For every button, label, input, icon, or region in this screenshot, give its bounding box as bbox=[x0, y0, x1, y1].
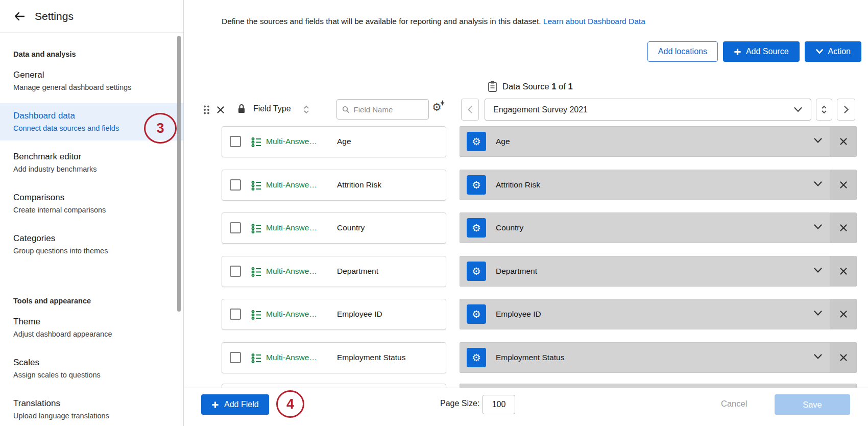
field-name-label: Attrition Risk bbox=[337, 180, 381, 190]
sidebar-item-categories[interactable]: Categories Group questions into themes bbox=[0, 226, 183, 263]
field-checkbox[interactable] bbox=[230, 352, 241, 363]
mapped-field-name: Employment Status bbox=[496, 353, 564, 362]
chevron-down-icon[interactable] bbox=[813, 137, 823, 144]
clear-selection-icon[interactable] bbox=[216, 106, 225, 114]
sparkle-icon bbox=[440, 100, 445, 106]
field-checkbox[interactable] bbox=[230, 179, 241, 191]
settings-screen: Settings Data and analysis General Manag… bbox=[0, 0, 868, 426]
field-checkbox[interactable] bbox=[230, 136, 241, 147]
add-source-button[interactable]: Add Source bbox=[723, 41, 800, 62]
section-header-data-analysis: Data and analysis bbox=[13, 50, 170, 58]
remove-icon bbox=[839, 353, 848, 362]
cancel-button[interactable]: Cancel bbox=[721, 399, 747, 409]
remove-field-button[interactable] bbox=[830, 343, 856, 372]
intro-sentence: Define the sources and fields that will … bbox=[222, 17, 541, 26]
sidebar-item-title: Benchmark editor bbox=[13, 151, 170, 162]
field-type-label: Multi-Answe… bbox=[266, 310, 317, 319]
remove-field-button[interactable] bbox=[830, 213, 856, 243]
mapped-field-name: Attrition Risk bbox=[496, 180, 540, 190]
chevron-down-icon[interactable] bbox=[813, 267, 823, 274]
gear-icon: ⚙ bbox=[472, 222, 481, 234]
save-button[interactable]: Save bbox=[775, 394, 850, 415]
sidebar-item-general[interactable]: General Manage general dashboard setting… bbox=[0, 62, 183, 100]
remove-icon bbox=[839, 224, 848, 232]
field-settings-button[interactable]: ⚙ bbox=[467, 218, 486, 238]
chevron-down-icon[interactable] bbox=[813, 310, 823, 317]
section-header-tools-appearance: Tools and appearance bbox=[13, 297, 170, 305]
remove-icon bbox=[839, 137, 848, 146]
plus-icon bbox=[734, 48, 741, 56]
annotation-step-4: 4 bbox=[276, 390, 304, 418]
sidebar-item-translations[interactable]: Translations Upload language translation… bbox=[0, 391, 183, 426]
field-settings-button[interactable]: ⚙ bbox=[467, 304, 486, 324]
multi-answer-icon bbox=[251, 353, 262, 366]
sidebar-item-theme[interactable]: Theme Adjust dashboard appearance bbox=[0, 309, 183, 346]
clipboard-icon bbox=[488, 81, 497, 92]
field-card[interactable]: Multi-Answe… Age bbox=[222, 126, 446, 157]
sidebar-scrollbar[interactable] bbox=[177, 36, 181, 312]
data-source-selected-value: Engagement Survey 2021 bbox=[493, 105, 588, 114]
learn-about-dashboard-data-link[interactable]: Learn about Dashboard Data bbox=[543, 17, 645, 26]
field-name-label: Age bbox=[337, 137, 351, 146]
back-button[interactable] bbox=[13, 10, 26, 22]
add-locations-button[interactable]: Add locations bbox=[647, 41, 718, 62]
field-card[interactable]: Multi-Answe… Employee ID bbox=[222, 299, 446, 330]
field-card[interactable]: Multi-Answe… Country bbox=[222, 212, 446, 244]
chevron-down-icon[interactable] bbox=[813, 224, 823, 230]
mapped-field-bar: ⚙ Country bbox=[460, 212, 857, 243]
data-source-header: Data Source 1 of 1 bbox=[488, 81, 573, 92]
sidebar-item-comparisons[interactable]: Comparisons Create internal comparisons bbox=[0, 185, 183, 222]
sidebar-item-title: Theme bbox=[13, 316, 170, 327]
field-settings-button[interactable]: ⚙ bbox=[467, 262, 486, 281]
field-settings-button[interactable]: ⚙ bbox=[467, 175, 486, 195]
chevron-right-icon bbox=[843, 105, 850, 114]
data-source-select[interactable]: Engagement Survey 2021 bbox=[485, 99, 811, 121]
remove-icon bbox=[839, 181, 848, 189]
remove-field-button[interactable] bbox=[830, 127, 856, 156]
field-type-label: Multi-Answe… bbox=[266, 223, 317, 232]
field-type-column-header[interactable]: Field Type bbox=[253, 104, 291, 113]
page-size-input[interactable] bbox=[483, 395, 515, 414]
field-card[interactable]: Multi-Answe… Attrition Risk bbox=[222, 170, 446, 201]
mapped-field-bar: ⚙ Department bbox=[460, 256, 857, 287]
remove-field-button[interactable] bbox=[830, 299, 856, 329]
mapped-field-name: Age bbox=[496, 137, 510, 146]
action-button[interactable]: Action bbox=[805, 41, 861, 62]
field-settings-button[interactable]: ⚙ bbox=[467, 348, 486, 367]
sort-icon[interactable] bbox=[303, 105, 309, 114]
field-checkbox[interactable] bbox=[230, 222, 241, 233]
field-name-search-input[interactable] bbox=[354, 105, 423, 114]
chevron-down-icon[interactable] bbox=[813, 181, 823, 187]
sidebar-item-benchmark-editor[interactable]: Benchmark editor Add industry benchmarks bbox=[0, 144, 183, 181]
reorder-source-button[interactable] bbox=[816, 99, 832, 121]
add-locations-label: Add locations bbox=[658, 47, 707, 56]
field-checkbox[interactable] bbox=[230, 309, 241, 320]
sidebar-item-scales[interactable]: Scales Assign scales to questions bbox=[0, 350, 183, 387]
field-settings-button[interactable]: ⚙ bbox=[467, 132, 486, 151]
remove-field-button[interactable] bbox=[830, 170, 856, 200]
field-checkbox[interactable] bbox=[230, 266, 241, 277]
multi-answer-icon bbox=[251, 137, 262, 150]
remove-field-button[interactable] bbox=[830, 256, 856, 286]
back-arrow-icon bbox=[13, 10, 26, 22]
field-type-label: Multi-Answe… bbox=[266, 137, 317, 146]
multi-answer-icon bbox=[251, 310, 262, 322]
lock-icon bbox=[237, 103, 246, 114]
field-card[interactable]: Multi-Answe… Employment Status bbox=[222, 342, 446, 373]
data-source-of: of bbox=[559, 82, 566, 91]
sidebar-item-subtitle: Group questions into themes bbox=[13, 246, 170, 256]
field-card[interactable]: Multi-Answe… Department bbox=[222, 256, 446, 287]
sidebar-item-title: Translations bbox=[13, 398, 170, 409]
add-source-label: Add Source bbox=[746, 47, 789, 56]
data-source-total: 1 bbox=[568, 82, 572, 91]
multi-answer-icon bbox=[251, 223, 262, 236]
next-source-button[interactable] bbox=[837, 99, 855, 121]
add-field-button[interactable]: Add Field bbox=[201, 394, 269, 415]
page-size-label: Page Size: bbox=[440, 399, 479, 408]
previous-source-button[interactable] bbox=[461, 99, 479, 121]
chevron-down-icon[interactable] bbox=[813, 353, 823, 360]
drag-handle-icon[interactable] bbox=[203, 105, 210, 115]
column-settings-icon[interactable]: ⚙ bbox=[432, 102, 442, 112]
sidebar-item-title: Categories bbox=[13, 233, 170, 244]
field-name-label: Employee ID bbox=[337, 310, 382, 319]
